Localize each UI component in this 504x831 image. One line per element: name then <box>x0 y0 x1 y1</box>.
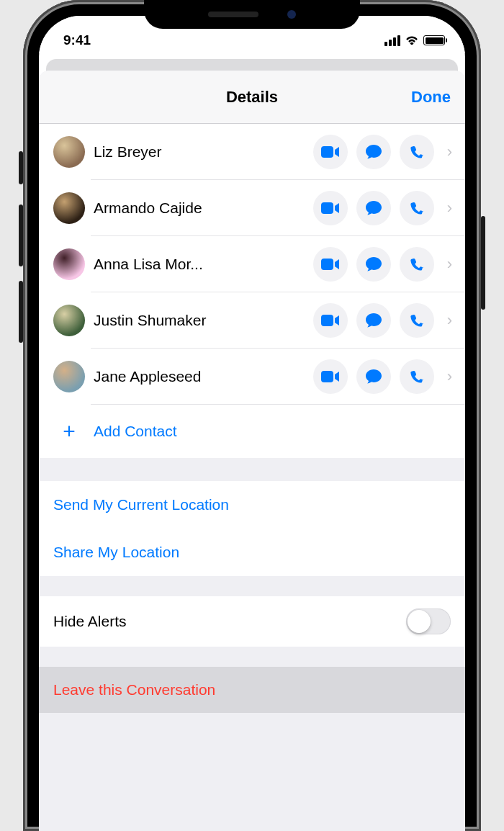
alerts-section: Hide Alerts <box>39 596 465 647</box>
svg-rect-1 <box>321 202 333 214</box>
svg-rect-3 <box>321 315 333 326</box>
svg-rect-4 <box>321 371 333 382</box>
message-icon <box>365 369 382 385</box>
video-call-button[interactable] <box>313 303 348 338</box>
message-button[interactable] <box>356 303 391 338</box>
video-icon <box>321 145 340 158</box>
video-icon <box>321 314 340 327</box>
phone-call-button[interactable] <box>400 247 434 282</box>
avatar <box>53 361 85 392</box>
send-location-row[interactable]: Send My Current Location <box>39 481 465 529</box>
video-call-button[interactable] <box>313 359 348 394</box>
message-icon <box>365 256 382 272</box>
contact-row[interactable]: Justin Shumaker› <box>39 292 465 349</box>
svg-rect-2 <box>321 259 333 270</box>
wifi-icon <box>405 35 419 45</box>
video-icon <box>321 370 340 383</box>
video-icon <box>321 202 340 215</box>
add-contact-row[interactable]: + Add Contact <box>39 405 465 458</box>
message-button[interactable] <box>356 359 391 394</box>
phone-icon <box>409 369 425 385</box>
message-button[interactable] <box>356 247 391 282</box>
chevron-right-icon: › <box>447 367 452 386</box>
contact-row[interactable]: Liz Breyer› <box>39 124 465 180</box>
message-icon <box>365 200 382 216</box>
details-sheet: Details Done Liz Breyer›Armando Cajide›A… <box>39 71 465 831</box>
phone-icon <box>409 144 425 160</box>
status-time: 9:41 <box>63 32 91 48</box>
location-section: Send My Current Location Share My Locati… <box>39 481 465 576</box>
phone-icon <box>409 313 425 328</box>
add-contact-label: Add Contact <box>94 423 177 440</box>
notch <box>144 0 360 29</box>
contact-name: Anna Lisa Mor... <box>94 256 313 273</box>
phone-call-button[interactable] <box>400 191 434 225</box>
contact-name: Justin Shumaker <box>94 312 313 329</box>
battery-icon <box>423 35 445 45</box>
chevron-right-icon: › <box>447 311 452 330</box>
hide-alerts-row: Hide Alerts <box>39 596 465 647</box>
avatar <box>53 248 85 280</box>
hide-alerts-toggle[interactable] <box>406 608 451 634</box>
message-button[interactable] <box>356 191 391 225</box>
contacts-section: Liz Breyer›Armando Cajide›Anna Lisa Mor.… <box>39 124 465 458</box>
share-location-label: Share My Location <box>53 544 179 561</box>
video-call-button[interactable] <box>313 191 348 225</box>
chevron-right-icon: › <box>447 143 452 161</box>
phone-frame: 9:41 Details Done Liz Breyer›Armando Caj… <box>23 0 481 831</box>
svg-rect-0 <box>321 146 333 158</box>
sheet-header: Details Done <box>39 71 465 124</box>
chevron-right-icon: › <box>447 199 452 217</box>
screen: 9:41 Details Done Liz Breyer›Armando Caj… <box>39 16 465 831</box>
hide-alerts-label: Hide Alerts <box>53 613 406 630</box>
phone-icon <box>409 256 425 272</box>
phone-call-button[interactable] <box>400 359 434 394</box>
video-icon <box>321 258 340 271</box>
contact-row[interactable]: Armando Cajide› <box>39 180 465 236</box>
avatar <box>53 136 85 168</box>
contact-name: Liz Breyer <box>94 143 313 161</box>
message-button[interactable] <box>356 135 391 169</box>
leave-section: Leave this Conversation <box>39 667 465 713</box>
video-call-button[interactable] <box>313 247 348 282</box>
status-indicators <box>384 35 445 46</box>
phone-icon <box>409 200 425 216</box>
send-location-label: Send My Current Location <box>53 496 229 513</box>
avatar <box>53 305 85 336</box>
cellular-signal-icon <box>384 35 400 46</box>
phone-call-button[interactable] <box>400 135 434 169</box>
chevron-right-icon: › <box>447 255 452 274</box>
contact-row[interactable]: Jane Appleseed› <box>39 349 465 405</box>
message-icon <box>365 313 382 328</box>
message-icon <box>365 144 382 160</box>
sheet-title: Details <box>226 88 278 107</box>
share-location-row[interactable]: Share My Location <box>39 529 465 576</box>
done-button[interactable]: Done <box>411 88 451 107</box>
contact-name: Jane Appleseed <box>94 368 313 385</box>
video-call-button[interactable] <box>313 135 348 169</box>
plus-icon: + <box>53 416 85 447</box>
avatar <box>53 192 85 224</box>
leave-conversation-row[interactable]: Leave this Conversation <box>39 667 465 713</box>
phone-call-button[interactable] <box>400 303 434 338</box>
contact-name: Armando Cajide <box>94 199 313 217</box>
leave-conversation-label: Leave this Conversation <box>53 681 451 699</box>
contact-row[interactable]: Anna Lisa Mor...› <box>39 236 465 292</box>
